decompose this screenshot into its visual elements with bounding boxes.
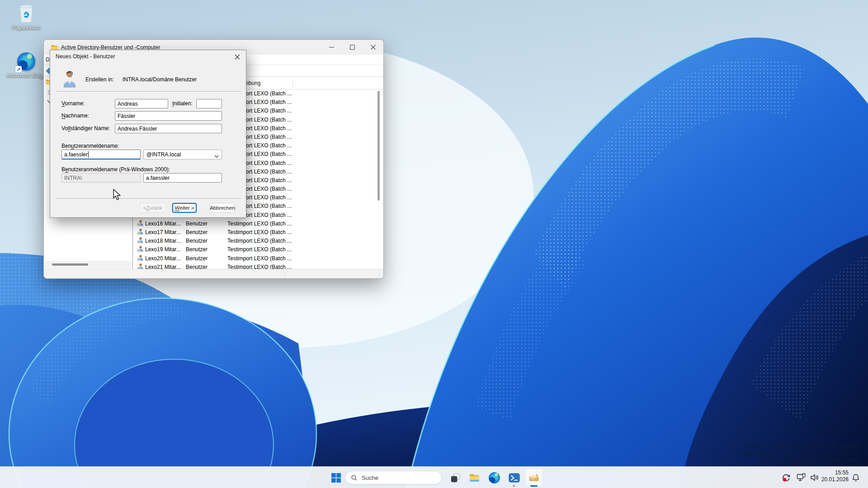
clock-time: 15:55 bbox=[821, 469, 849, 476]
user-disabled-icon bbox=[137, 228, 144, 235]
status-bar bbox=[44, 269, 383, 278]
pre2000-logon-field[interactable]: a.faessler bbox=[143, 173, 222, 183]
aduc-app-icon bbox=[528, 472, 540, 483]
abbrechen-button[interactable]: Abbrechen bbox=[210, 203, 235, 213]
table-row[interactable]: Lexo19 Mitar... Benutzer Testimport LEXO… bbox=[134, 245, 383, 254]
nachname-field[interactable]: Fässler bbox=[115, 111, 222, 121]
table-row[interactable]: Lexo21 Mitar... Benutzer Testimport LEXO… bbox=[134, 263, 383, 269]
desktop-icon-edge[interactable]: ↗ Microsoft Edge bbox=[5, 52, 47, 79]
clock-date: 20.01.2026 bbox=[821, 476, 849, 483]
aduc-app-button[interactable] bbox=[525, 469, 542, 487]
taskbar: Suche bbox=[0, 466, 868, 488]
row-description: Testimport LEXO (Batch ... bbox=[227, 228, 292, 237]
recycle-bin-icon bbox=[19, 5, 34, 23]
task-view-button[interactable] bbox=[447, 469, 464, 487]
minimize-button[interactable] bbox=[321, 40, 342, 55]
powershell-running-indicator bbox=[513, 485, 515, 487]
row-type: Benutzer bbox=[186, 228, 208, 237]
close-button[interactable] bbox=[363, 40, 383, 55]
horizontal-scrollbar-thumb[interactable] bbox=[52, 263, 88, 266]
row-name: Lexo20 Mitar... bbox=[145, 254, 181, 263]
dialog-close-button[interactable] bbox=[231, 52, 244, 62]
row-name: Lexo16 Mitar... bbox=[145, 220, 181, 228]
maximize-button[interactable] bbox=[342, 40, 363, 55]
table-row[interactable]: Lexo16 Mitar... Benutzer Testimport LEXO… bbox=[134, 220, 383, 228]
column-divider[interactable] bbox=[292, 79, 293, 88]
chevron-down-icon bbox=[214, 153, 219, 160]
row-type: Benutzer bbox=[186, 263, 208, 269]
nachname-label: Nachname: bbox=[61, 113, 89, 119]
vollstaendiger-name-label: Vollständiger Name: bbox=[61, 125, 110, 131]
edge-icon bbox=[489, 472, 500, 483]
pre2000-domain-field: INTRA\ bbox=[61, 173, 141, 183]
row-description: Testimport LEXO (Batch ... bbox=[227, 237, 292, 245]
network-icon[interactable] bbox=[797, 473, 806, 484]
pre2000-label: Benutzeranmeldename (Prä-Windows 2000): bbox=[61, 166, 170, 173]
status-divider bbox=[379, 271, 380, 277]
new-user-icon bbox=[62, 70, 77, 89]
initialen-field[interactable] bbox=[196, 99, 222, 108]
user-disabled-icon bbox=[137, 220, 144, 226]
vertical-scrollbar-thumb[interactable] bbox=[377, 91, 380, 201]
notification-bell-icon[interactable] bbox=[852, 474, 860, 484]
erstellen-in-value: INTRA.local/Domäne Benutzer bbox=[123, 76, 197, 83]
taskbar-clock[interactable]: 15:55 20.01.2026 bbox=[821, 469, 849, 483]
dialog-titlebar[interactable]: Neues Objekt - Benutzer bbox=[50, 50, 246, 63]
separator bbox=[56, 198, 241, 199]
watermark-line: Build 26100.ge_release.240331-1435 bbox=[743, 456, 860, 463]
edge-button[interactable] bbox=[486, 469, 503, 487]
row-type: Benutzer bbox=[186, 237, 208, 245]
desktop-icon-recycle-bin[interactable]: Papierkorb bbox=[5, 5, 47, 31]
update-pending-icon[interactable] bbox=[781, 473, 791, 484]
user-disabled-icon bbox=[137, 254, 144, 261]
volume-icon[interactable] bbox=[810, 473, 819, 484]
row-description: Testimport LEXO (Batch ... bbox=[227, 245, 292, 254]
powershell-button[interactable] bbox=[505, 469, 523, 487]
search-input[interactable]: Suche bbox=[345, 471, 442, 484]
mouse-cursor bbox=[112, 189, 122, 202]
zurueck-button[interactable]: < Zurück bbox=[140, 203, 165, 213]
vollstaendiger-name-field[interactable]: Andreas Fässler bbox=[115, 124, 222, 133]
row-name: Lexo21 Mitar... bbox=[145, 263, 181, 269]
row-name: Lexo19 Mitar... bbox=[145, 245, 181, 254]
weiter-button[interactable]: Weiter > bbox=[172, 203, 197, 213]
vorname-field[interactable]: Andreas bbox=[115, 99, 168, 108]
row-name: Lexo18 Mitar... bbox=[145, 237, 181, 245]
search-placeholder: Suche bbox=[362, 474, 378, 481]
row-type: Benutzer bbox=[186, 220, 208, 228]
file-explorer-icon bbox=[469, 472, 480, 483]
vorname-label: Vorname: bbox=[61, 100, 85, 107]
user-disabled-icon bbox=[137, 237, 144, 244]
license-watermark: Windows Server 2025 Standard Evaluation … bbox=[743, 442, 860, 463]
table-row[interactable]: Lexo18 Mitar... Benutzer Testimport LEXO… bbox=[134, 237, 383, 245]
windows-logo-icon bbox=[331, 473, 341, 483]
watermark-line: Windows Server 2025 Standard Evaluation bbox=[743, 442, 860, 449]
upn-suffix-dropdown[interactable]: @INTRA.local bbox=[143, 150, 222, 160]
dialog-title: Neues Objekt - Benutzer bbox=[56, 53, 115, 60]
desktop: Papierkorb ↗ Microsoft Edge Windows Serv… bbox=[0, 0, 868, 488]
shortcut-arrow-icon: ↗ bbox=[15, 66, 22, 72]
table-row[interactable]: Lexo17 Mitar... Benutzer Testimport LEXO… bbox=[134, 228, 383, 237]
aduc-active-indicator bbox=[530, 485, 538, 487]
user-disabled-icon bbox=[137, 245, 144, 252]
search-icon bbox=[351, 474, 358, 481]
row-description: Testimport LEXO (Batch ... bbox=[227, 263, 292, 269]
initialen-label: Initialen: bbox=[172, 100, 193, 107]
row-description: Testimport LEXO (Batch ... bbox=[227, 220, 292, 228]
task-view-icon bbox=[450, 473, 461, 483]
benutzeranmeldename-field[interactable]: a.faessler bbox=[61, 150, 141, 160]
powershell-icon bbox=[509, 472, 520, 483]
erstellen-in-label: Erstellen in: bbox=[85, 76, 114, 83]
row-description: Testimport LEXO (Batch ... bbox=[227, 254, 292, 263]
row-name: Lexo17 Mitar... bbox=[145, 228, 181, 237]
table-row[interactable]: Lexo20 Mitar... Benutzer Testimport LEXO… bbox=[134, 254, 383, 263]
start-button[interactable] bbox=[327, 469, 344, 487]
horizontal-scrollbar[interactable] bbox=[45, 261, 132, 268]
status-divider bbox=[284, 271, 285, 277]
row-type: Benutzer bbox=[186, 254, 208, 263]
row-type: Benutzer bbox=[186, 245, 208, 254]
file-explorer-button[interactable] bbox=[466, 469, 483, 487]
new-user-dialog: Neues Objekt - Benutzer Erstellen in: IN… bbox=[50, 50, 246, 218]
desktop-icon-label: Microsoft Edge bbox=[5, 72, 47, 79]
separator bbox=[56, 91, 241, 92]
